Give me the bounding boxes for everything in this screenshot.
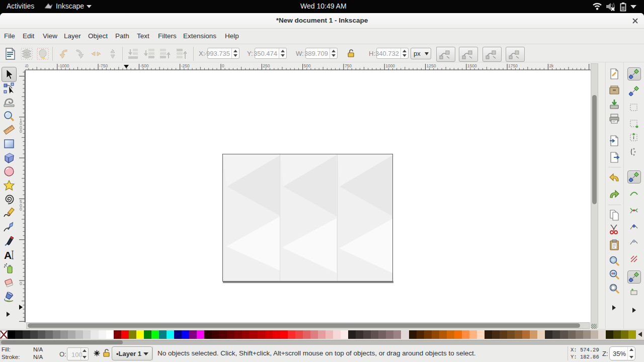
svg-text:1250: 1250 (427, 63, 436, 68)
svg-text:A: A (4, 249, 12, 261)
svg-text:1000: 1000 (385, 63, 395, 68)
svg-text:-750: -750 (99, 63, 108, 68)
svg-text:250: 250 (263, 63, 270, 68)
svg-text:-500: -500 (140, 63, 148, 68)
svg-text:1750: 1750 (508, 63, 518, 68)
svg-text:750: 750 (345, 63, 352, 68)
svg-text:-1250: -1250 (25, 63, 29, 68)
svg-text:-1000: -1000 (58, 63, 69, 68)
svg-text:500: 500 (304, 63, 311, 68)
svg-text:0: 0 (20, 129, 22, 134)
svg-text:-250: -250 (181, 63, 190, 68)
svg-text:1500: 1500 (467, 63, 477, 68)
svg-text:0: 0 (20, 281, 22, 286)
svg-text:0: 0 (20, 207, 22, 212)
svg-text:2k: 2k (549, 63, 554, 68)
svg-text:0: 0 (222, 63, 224, 68)
